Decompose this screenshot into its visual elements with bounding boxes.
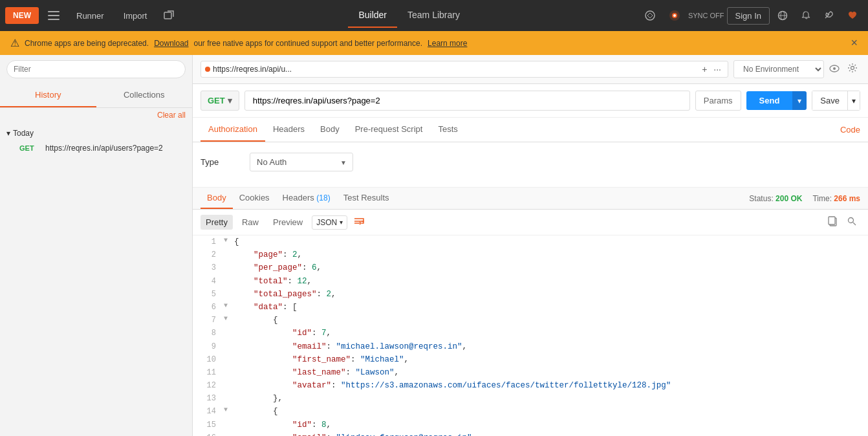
code-link[interactable]: Code [840,125,860,135]
res-tab-headers[interactable]: Headers (18) [276,188,337,209]
env-dropdown[interactable]: No Environment [733,60,824,78]
satellite-button[interactable] [664,6,686,25]
filter-bar [0,55,192,83]
request-tab[interactable]: https://reqres.in/api/u... + ··· [201,61,728,78]
format-dropdown[interactable]: JSON ▾ [312,215,347,230]
res-tab-body[interactable]: Body [201,188,233,209]
time-value: 266 ms [834,194,860,203]
sidebar-tab-history[interactable]: History [0,83,96,107]
eye-icon [829,65,840,72]
download-link[interactable]: Download [154,39,188,48]
new-button[interactable]: NEW [5,7,39,24]
line-toggle[interactable]: ▼ [224,405,233,415]
tab-team-library[interactable]: Team Library [397,3,470,28]
settings-button[interactable] [772,6,793,25]
line-toggle[interactable]: ▼ [224,314,233,324]
tab-authorization[interactable]: Authorization [201,118,265,142]
tab-body[interactable]: Body [312,118,347,142]
history-item[interactable]: GET https://reqres.in/api/users?page=2 [6,140,186,156]
clear-all-button[interactable]: Clear all [157,111,186,120]
line-number: 9 [198,340,216,353]
url-input[interactable] [244,91,690,111]
response-tabs-bar: Body Cookies Headers (18) Test Results S… [193,187,868,210]
method-select[interactable]: GET ▾ [201,91,239,111]
env-eye-button[interactable] [827,61,842,78]
pretty-button[interactable]: Pretty [201,215,233,230]
sidebar-tab-collections[interactable]: Collections [96,83,193,107]
tab-add-button[interactable]: + [699,63,710,76]
send-button[interactable]: Send [746,91,793,110]
tab-url-label: https://reqres.in/api/u... [213,65,697,74]
today-label: Today [13,129,34,138]
sign-in-button[interactable]: Sign In [727,7,770,25]
copy-icon [828,216,837,226]
tab-tests[interactable]: Tests [430,118,465,142]
search-button[interactable] [843,213,860,231]
wrap-icon [354,217,364,226]
new-window-icon [164,10,174,21]
line-content: { [234,235,863,248]
banner-close-button[interactable]: × [851,36,858,50]
svg-point-7 [673,14,676,17]
learn-more-link[interactable]: Learn more [428,39,467,48]
save-button[interactable]: Save [812,91,847,111]
tab-headers[interactable]: Headers [265,118,312,142]
line-number: 2 [198,248,216,261]
sidebar-tabs: History Collections [0,83,192,108]
runner-button[interactable]: Runner [69,7,112,25]
line-number: 13 [198,392,216,405]
right-panel: https://reqres.in/api/u... + ··· No Envi… [193,55,868,436]
raw-button[interactable]: Raw [237,215,264,230]
banner-message: Chrome apps are being deprecated. [25,39,149,48]
nav-center: Builder Team Library [183,3,635,28]
bell-button[interactable] [796,6,816,25]
import-button[interactable]: Import [116,7,155,25]
request-tab-bar: https://reqres.in/api/u... + ··· No Envi… [193,55,868,84]
line-toggle[interactable]: ▼ [224,235,233,246]
line-content: "total": 12, [234,275,863,288]
tab-builder[interactable]: Builder [348,3,397,28]
search-icon [847,217,856,226]
today-section-title[interactable]: ▾ Today [6,126,186,140]
wrench-button[interactable] [819,6,840,25]
status-value: 200 OK [776,194,802,203]
auth-type-dropdown[interactable]: No Auth [250,153,353,171]
extensions-button[interactable] [639,6,661,25]
main-layout: History Collections Clear all ▾ Today GE… [0,55,868,436]
format-label: JSON [316,218,337,227]
res-tab-cookies[interactable]: Cookies [233,188,276,209]
auth-type-row: Type No Auth [201,153,860,171]
settings-icon [847,63,858,73]
svg-rect-2 [48,19,60,20]
svg-rect-0 [48,11,60,12]
line-number: 5 [198,288,216,301]
nav-right: SYNC OFF Sign In [639,6,863,25]
line-number: 10 [198,353,216,366]
method-chevron: ▾ [228,96,232,105]
new-window-button[interactable] [158,6,179,25]
filter-input[interactable] [6,60,186,78]
line-content: "per_page": 6, [234,261,863,274]
tab-more-button[interactable]: ··· [711,63,724,76]
send-dropdown-button[interactable]: ▾ [792,91,807,110]
method-label: GET [208,96,225,105]
svg-rect-3 [164,12,171,19]
save-button-group: Save ▾ [812,91,860,111]
res-tab-test-results[interactable]: Test Results [337,188,396,209]
code-line: 12 "avatar": "https://s3.amazonaws.com/u… [193,379,868,392]
wrap-button[interactable] [351,214,367,231]
sidebar-toggle-button[interactable] [43,7,65,24]
env-settings-button[interactable] [845,60,860,78]
heart-button[interactable] [842,6,863,25]
deprecation-banner: ⚠ Chrome apps are being deprecated. Down… [0,31,868,55]
svg-point-13 [851,67,854,70]
params-button[interactable]: Params [695,91,741,111]
preview-button[interactable]: Preview [268,215,308,230]
time-label: Time: 266 ms [812,194,860,203]
tab-pre-request-script[interactable]: Pre-request Script [347,118,431,142]
code-line: 14▼ { [193,405,868,418]
copy-button[interactable] [824,213,841,231]
save-dropdown-button[interactable]: ▾ [847,91,860,111]
line-content: { [234,405,863,418]
line-toggle[interactable]: ▼ [224,301,233,311]
